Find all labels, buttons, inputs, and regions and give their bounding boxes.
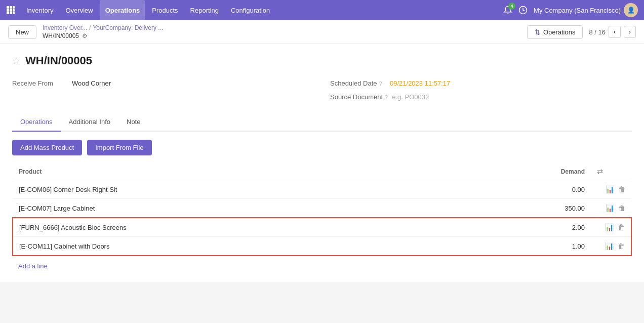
svg-rect-1 [10,6,12,9]
table-row: [E-COM11] Cabinet with Doors1.00📊🗑 [13,237,631,256]
chart-icon[interactable]: 📊 [605,223,614,231]
action-buttons: Add Mass Product Import From File [12,140,632,155]
chart-icon[interactable]: 📊 [606,185,614,193]
table-row: [E-COM07] Large Cabinet350.00📊🗑 [13,199,631,218]
actions-cell: 📊🗑 [591,218,631,237]
subheader: New Inventory Over... / YourCompany: Del… [0,20,644,44]
breadcrumb-section: Inventory Over... / YourCompany: Deliver… [43,24,163,39]
notifications-icon[interactable]: 4 [503,6,512,15]
product-table: Product Demand ⇄ [E-COM06] Corner Desk R… [12,164,632,256]
svg-rect-3 [7,9,9,12]
demand-cell: 2.00 [457,218,591,237]
svg-rect-8 [13,12,15,14]
top-navigation: Inventory Overview Operations Products R… [0,0,644,20]
chart-icon[interactable]: 📊 [605,242,614,250]
source-doc-value[interactable]: e.g. PO0032 [392,93,429,101]
actions-cell: 📊🗑 [591,199,631,218]
record-title: WH/IN/00005 [25,54,92,67]
svg-rect-7 [10,12,12,14]
nav-reporting[interactable]: Reporting [185,0,224,20]
breadcrumb-inventory[interactable]: Inventory Over... [43,24,87,31]
add-mass-product-button[interactable]: Add Mass Product [12,140,82,155]
prev-page-button[interactable]: ‹ [609,26,621,38]
scheduled-date-field: Scheduled Date ? 09/21/2023 11:57:17 [330,79,632,87]
nav-inventory[interactable]: Inventory [21,0,58,20]
demand-cell: 350.00 [457,199,591,218]
svg-rect-4 [10,9,12,12]
col-demand-header: Demand [457,164,591,180]
product-cell[interactable]: [E-COM11] Cabinet with Doors [13,237,457,256]
settings-icon[interactable]: ⚙ [82,32,88,39]
avatar: 👤 [624,3,638,17]
scheduled-date-label: Scheduled Date ? [330,79,386,87]
svg-rect-2 [13,6,15,9]
svg-rect-6 [7,12,9,14]
main-content: ☆ WH/IN/00005 Receive From Wood Corner S… [0,44,644,282]
delete-icon[interactable]: 🗑 [618,242,625,250]
delete-icon[interactable]: 🗑 [618,204,625,212]
receive-from-value[interactable]: Wood Corner [72,79,111,87]
svg-rect-5 [13,9,15,12]
demand-cell: 1.00 [457,237,591,256]
col-actions-header: ⇄ [591,164,631,180]
table-row: [E-COM06] Corner Desk Right Sit0.00📊🗑 [13,180,631,199]
table-row: [FURN_6666] Acoustic Bloc Screens2.00📊🗑 [13,218,631,237]
favorite-star-icon[interactable]: ☆ [12,55,20,66]
source-doc-help-icon: ? [385,94,388,100]
nav-overview[interactable]: Overview [60,0,98,20]
source-doc-label: Source Document ? [330,93,388,101]
pagination: 8 / 16 ‹ › [589,26,636,38]
fields-grid: Receive From Wood Corner Scheduled Date … [12,79,632,101]
new-button[interactable]: New [8,25,36,39]
product-cell[interactable]: [E-COM07] Large Cabinet [13,199,457,218]
tab-note[interactable]: Note [118,113,148,132]
source-doc-field: Source Document ? e.g. PO0032 [330,93,632,101]
breadcrumb-delivery[interactable]: YourCompany: Delivery ... [93,24,163,31]
next-page-button[interactable]: › [624,26,636,38]
add-line-link[interactable]: Add a line [12,260,48,272]
tab-operations[interactable]: Operations [12,113,61,132]
tab-navigation: Operations Additional Info Note [12,113,632,132]
record-ref: WH/IN/00005 [43,32,79,39]
company-selector[interactable]: My Company (San Francisco) 👤 [534,3,638,17]
operations-button[interactable]: ⇅ Operations [527,25,583,39]
notification-badge: 4 [508,3,515,10]
actions-cell: 📊🗑 [591,180,631,199]
chart-icon[interactable]: 📊 [606,204,614,212]
nav-products[interactable]: Products [147,0,183,20]
product-cell[interactable]: [FURN_6666] Acoustic Bloc Screens [13,218,457,237]
col-product-header: Product [13,164,457,180]
tab-additional-info[interactable]: Additional Info [61,113,118,132]
apps-icon[interactable] [6,6,15,15]
operations-arrow-icon: ⇅ [535,28,540,36]
import-from-file-button[interactable]: Import From File [87,140,151,155]
nav-configuration[interactable]: Configuration [226,0,275,20]
nav-operations[interactable]: Operations [100,0,145,20]
breadcrumb: Inventory Over... / YourCompany: Deliver… [43,24,163,31]
receive-from-field: Receive From Wood Corner [12,79,314,87]
scheduled-date-value[interactable]: 09/21/2023 11:57:17 [390,79,450,87]
actions-cell: 📊🗑 [591,237,631,256]
record-header: ☆ WH/IN/00005 [12,54,632,67]
receive-from-label: Receive From [12,79,68,87]
delete-icon[interactable]: 🗑 [618,223,625,231]
record-reference-row: WH/IN/00005 ⚙ [43,32,163,39]
scheduled-date-help-icon: ? [379,80,382,87]
clock-icon[interactable] [518,6,528,15]
svg-rect-0 [7,6,9,9]
product-cell[interactable]: [E-COM06] Corner Desk Right Sit [13,180,457,199]
demand-cell: 0.00 [457,180,591,199]
delete-icon[interactable]: 🗑 [618,185,625,193]
